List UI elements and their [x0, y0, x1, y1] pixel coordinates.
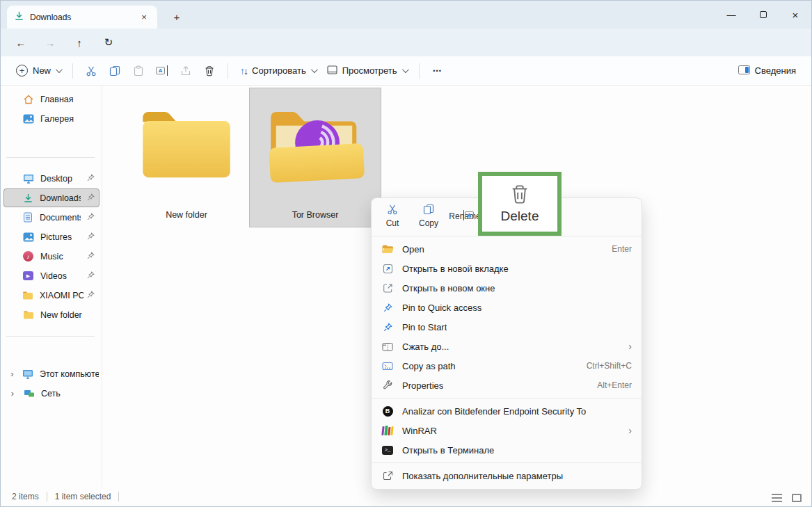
chevron-down-icon: [402, 66, 409, 73]
share-button[interactable]: [174, 61, 198, 81]
copy-icon: [423, 204, 434, 217]
menu-item-label: Properties: [402, 380, 443, 391]
title-bar: Downloads × + — ×: [1, 1, 811, 29]
sidebar-item-label: Videos: [40, 271, 67, 281]
thumbnail-view-icon[interactable]: [792, 494, 802, 502]
details-pane-button[interactable]: Сведения: [733, 61, 802, 81]
sidebar-item-xiaomi-poco[interactable]: XIAOMI POCO F: [3, 286, 99, 305]
rename-button[interactable]: A: [150, 61, 174, 81]
sidebar-item-music[interactable]: ♪ Music: [3, 247, 99, 266]
sidebar-item-pictures[interactable]: Pictures: [3, 227, 99, 246]
toolbar-divider: [228, 63, 228, 79]
menu-item-copy-as-path[interactable]: Copy as path Ctrl+Shift+C: [372, 356, 642, 376]
menu-item-properties[interactable]: Properties Alt+Enter: [372, 376, 642, 395]
menu-item-label: Analizar con Bitdefender Endpoint Securi…: [402, 406, 586, 417]
navigation-pane: Главная Галерея Desktop Downloads: [1, 86, 102, 487]
cut-icon: [387, 204, 398, 217]
menu-item-label: WinRAR: [402, 426, 437, 436]
zip-icon: [381, 342, 394, 351]
tab-downloads[interactable]: Downloads ×: [7, 6, 157, 29]
maximize-button[interactable]: [747, 1, 779, 29]
sidebar-item-label: Music: [40, 252, 63, 261]
status-divider: [118, 492, 119, 501]
menu-divider: [372, 462, 642, 463]
plus-circle-icon: +: [16, 65, 28, 77]
wrench-icon: [381, 380, 394, 390]
sidebar-item-label: XIAOMI POCO F: [40, 291, 83, 300]
sidebar-item-new-folder[interactable]: New folder: [3, 305, 99, 324]
pin-icon: [87, 232, 95, 242]
menu-item-open-new-tab[interactable]: Открыть в новой вкладке: [372, 259, 642, 278]
minimize-button[interactable]: —: [715, 1, 747, 29]
context-menu: Cut Copy A Rename Open Enter: [371, 198, 642, 490]
file-tile-tor-browser[interactable]: Tor Browser: [249, 88, 381, 227]
quick-action-label: Copy: [419, 218, 438, 228]
menu-item-open-new-window[interactable]: Открыть в новом окне: [372, 278, 642, 298]
paste-button[interactable]: [127, 61, 150, 81]
tab-title: Downloads: [30, 13, 71, 22]
menu-item-pin-to-start[interactable]: Pin to Start: [372, 317, 642, 337]
up-button[interactable]: ↑: [70, 34, 88, 51]
view-icon: [327, 65, 337, 77]
tab-close-icon[interactable]: ×: [138, 11, 150, 24]
sidebar-item-downloads[interactable]: Downloads: [3, 188, 99, 207]
menu-item-open[interactable]: Open Enter: [372, 239, 642, 259]
pin-icon: [381, 303, 394, 312]
sidebar-item-desktop[interactable]: Desktop: [3, 169, 99, 188]
expand-chevron-icon[interactable]: ›: [8, 369, 16, 379]
sidebar-item-label: Сеть: [41, 389, 61, 399]
sidebar-item-label: Галерея: [40, 114, 74, 124]
file-tile-new-folder[interactable]: New folder: [120, 88, 253, 227]
delete-annotation-label: Delete: [501, 209, 539, 224]
menu-item-winrar[interactable]: WinRAR ›: [372, 421, 642, 440]
menu-item-label: Сжать до...: [402, 341, 449, 352]
expand-chevron-icon[interactable]: ›: [8, 388, 17, 399]
more-options-button[interactable]: •••: [426, 61, 449, 81]
items-count: 2 items: [12, 492, 39, 501]
new-button-label: New: [33, 65, 51, 76]
forward-button[interactable]: →: [41, 34, 59, 51]
new-button[interactable]: + New: [10, 61, 66, 81]
chevron-down-icon: [56, 66, 63, 73]
file-explorer-window: Downloads × + — × ← → ↑ ↻ › Downloads ›: [0, 0, 812, 507]
delete-annotation[interactable]: Delete: [478, 172, 562, 236]
menu-item-bitdefender-scan[interactable]: B Analizar con Bitdefender Endpoint Secu…: [372, 401, 642, 421]
menu-item-label: Pin to Quick access: [402, 303, 481, 313]
cut-button[interactable]: [79, 61, 103, 81]
view-button[interactable]: Просмотреть: [321, 61, 413, 81]
command-bar: + New A ↑↓ Сортировать: [1, 56, 811, 86]
sidebar-item-this-pc[interactable]: › Этот компьютер: [3, 364, 99, 383]
refresh-button[interactable]: ↻: [99, 34, 118, 51]
sidebar-item-videos[interactable]: ▶ Videos: [3, 266, 99, 285]
home-icon: [22, 94, 34, 104]
status-bar: 2 items 1 item selected: [1, 487, 811, 506]
menu-item-show-more-options[interactable]: Показать дополнительные параметры: [372, 466, 642, 485]
menu-item-open-in-terminal[interactable]: >_ Открыть в Терминале: [372, 440, 642, 460]
menu-item-label: Pin to Start: [402, 322, 447, 332]
copy-button[interactable]: [103, 61, 127, 81]
back-button[interactable]: ←: [12, 34, 30, 51]
folder-icon: [22, 291, 33, 300]
folder-open-icon: [381, 244, 394, 254]
open-new-window-icon: [381, 283, 394, 293]
sidebar-item-documents[interactable]: Documents: [3, 208, 99, 227]
sidebar-item-home[interactable]: Главная: [3, 90, 99, 108]
selected-count: 1 item selected: [55, 492, 111, 501]
cut-menu-button[interactable]: Cut: [374, 204, 411, 228]
pin-icon: [87, 213, 95, 223]
address-bar: ← → ↑ ↻ › Downloads ›: [1, 29, 811, 56]
menu-item-compress-to[interactable]: Сжать до... ›: [372, 337, 642, 356]
close-button[interactable]: ×: [779, 1, 811, 29]
quick-action-label: Cut: [386, 218, 399, 228]
copy-menu-button[interactable]: Copy: [411, 204, 447, 228]
delete-button[interactable]: [198, 61, 221, 81]
menu-item-pin-quick-access[interactable]: Pin to Quick access: [372, 298, 642, 317]
pin-icon: [381, 323, 394, 332]
sidebar-item-network[interactable]: › Сеть: [3, 384, 99, 403]
list-view-icon[interactable]: [772, 494, 782, 502]
menu-divider: [372, 236, 642, 236]
file-name: Tor Browser: [292, 210, 339, 220]
new-tab-button[interactable]: +: [168, 8, 186, 25]
sidebar-item-gallery[interactable]: Галерея: [3, 109, 99, 128]
sort-button[interactable]: ↑↓ Сортировать: [234, 61, 321, 81]
